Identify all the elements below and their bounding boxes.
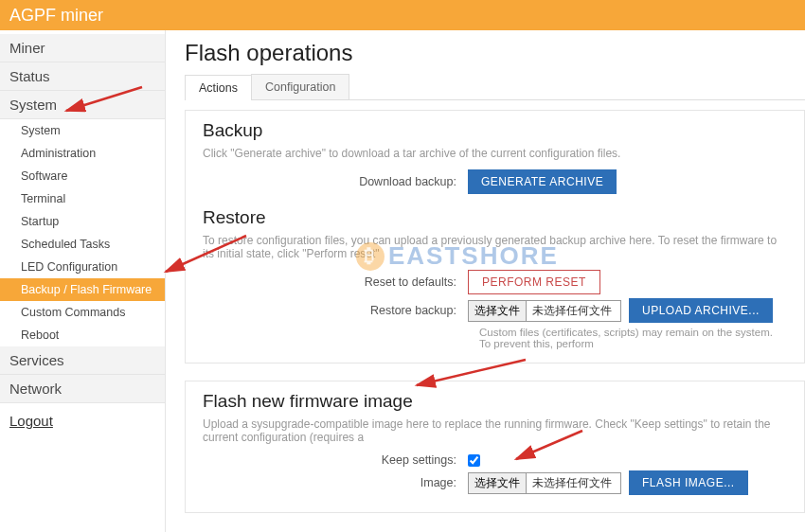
sidebar-item-status[interactable]: Status: [0, 62, 165, 91]
restore-backup-label: Restore backup:: [203, 304, 468, 317]
sidebar-sub-custom-commands[interactable]: Custom Commands: [0, 301, 165, 324]
sidebar-sub-startup[interactable]: Startup: [0, 210, 165, 233]
sidebar-sub-terminal[interactable]: Terminal: [0, 187, 165, 210]
sidebar-sub-led-configuration[interactable]: LED Configuration: [0, 256, 165, 278]
flash-heading: Flash new firmware image: [203, 391, 787, 412]
sidebar-sub-reboot[interactable]: Reboot: [0, 324, 165, 346]
sidebar-sub-administration[interactable]: Administration: [0, 142, 165, 165]
flash-panel: Flash new firmware image Upload a sysupg…: [185, 381, 805, 513]
sidebar-item-services[interactable]: Services: [0, 346, 165, 375]
sidebar-item-network[interactable]: Network: [0, 375, 165, 403]
backup-heading: Backup: [203, 120, 787, 141]
page-title: Flash operations: [185, 40, 805, 66]
main-content: Flash operations Actions Configuration B…: [166, 30, 805, 532]
image-label: Image:: [203, 476, 468, 489]
tab-actions[interactable]: Actions: [185, 75, 252, 100]
backup-panel: Backup Click "Generate archive" to downl…: [185, 110, 805, 364]
keep-settings-checkbox[interactable]: [468, 454, 480, 467]
generate-archive-button[interactable]: GENERATE ARCHIVE: [468, 169, 617, 194]
reset-defaults-label: Reset to defaults:: [203, 275, 468, 289]
restore-file-choose-button[interactable]: 选择文件: [468, 300, 527, 322]
sidebar-sub-system[interactable]: System: [0, 119, 165, 142]
sidebar-item-system[interactable]: System: [0, 91, 165, 119]
flash-image-button[interactable]: FLASH IMAGE...: [629, 470, 748, 495]
sidebar-sub-scheduled-tasks[interactable]: Scheduled Tasks: [0, 233, 165, 256]
keep-settings-label: Keep settings:: [203, 453, 468, 467]
image-file-name: 未选择任何文件: [527, 472, 621, 494]
image-file-choose-button[interactable]: 选择文件: [468, 472, 527, 494]
restore-heading: Restore: [203, 207, 787, 228]
sidebar-sub-backup-flash-firmware[interactable]: Backup / Flash Firmware: [0, 278, 165, 301]
app-header: AGPF miner: [0, 0, 805, 30]
sidebar-sub-software[interactable]: Software: [0, 165, 165, 187]
restore-file-name: 未选择任何文件: [527, 300, 621, 322]
app-title: AGPF miner: [9, 6, 103, 25]
logout-link[interactable]: Logout: [0, 403, 165, 438]
restore-note: Custom files (certificates, scripts) may…: [479, 327, 787, 349]
sidebar-item-miner[interactable]: Miner: [0, 34, 165, 62]
flash-desc: Upload a sysupgrade-compatible image her…: [203, 417, 787, 444]
perform-reset-button[interactable]: PERFORM RESET: [468, 270, 600, 294]
restore-desc: To restore configuration files, you can …: [203, 234, 787, 260]
download-backup-label: Download backup:: [203, 175, 468, 188]
tab-bar: Actions Configuration: [185, 74, 805, 100]
upload-archive-button[interactable]: UPLOAD ARCHIVE...: [629, 298, 773, 323]
backup-desc: Click "Generate archive" to download a t…: [203, 147, 787, 160]
sidebar: Miner Status System System Administratio…: [0, 30, 166, 532]
tab-configuration[interactable]: Configuration: [251, 74, 349, 99]
